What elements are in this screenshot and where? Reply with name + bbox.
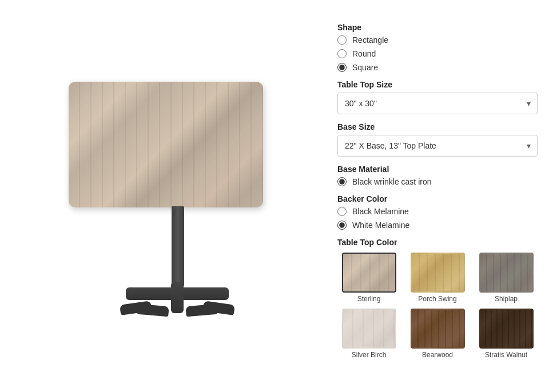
base-size-select-wrapper: 22" X Base, 13" Top Plate 30" X Base, 16…: [337, 135, 538, 157]
swatch-item-sterling[interactable]: Sterling: [337, 253, 400, 303]
table-top-size-select-wrapper: 24" x 24" 30" x 30" 36" x 36" 42" x 42": [337, 93, 538, 114]
shape-round-label: Round: [352, 49, 376, 58]
table-top-color-label: Table Top Color: [337, 238, 538, 247]
base-material-black-wrinkle-label: Black wrinkle cast iron: [352, 177, 432, 186]
swatch-item-shiplap[interactable]: Shiplap: [475, 253, 538, 303]
backer-white-melamine-radio[interactable]: [337, 221, 347, 230]
shape-option-group: Shape Rectangle Round Square: [337, 23, 538, 72]
swatch-silver-birch-label: Silver Birch: [352, 351, 387, 359]
backer-color-label: Backer Color: [337, 194, 538, 203]
table-base-illustration: [120, 279, 234, 313]
base-material-group: Base Material Black wrinkle cast iron: [337, 165, 538, 186]
swatch-porch-swing[interactable]: [411, 253, 465, 293]
swatch-bearwood-label: Bearwood: [422, 351, 453, 359]
shape-radio-group: Rectangle Round Square: [337, 35, 538, 72]
swatch-stratis-walnut[interactable]: [479, 309, 534, 349]
swatch-sterling[interactable]: [342, 253, 396, 293]
swatch-item-porch-swing[interactable]: Porch Swing: [406, 253, 469, 303]
backer-white-melamine-label: White Melamine: [352, 221, 409, 230]
base-material-black-wrinkle-option[interactable]: Black wrinkle cast iron: [337, 177, 538, 186]
options-section: Shape Rectangle Round Square Table Top S…: [332, 11, 549, 381]
product-image-section: [0, 11, 332, 381]
swatch-shiplap-label: Shiplap: [495, 295, 518, 303]
swatch-item-bearwood[interactable]: Bearwood: [406, 309, 469, 359]
shape-square-option[interactable]: Square: [337, 63, 538, 72]
table-top-size-group: Table Top Size 24" x 24" 30" x 30" 36" x…: [337, 80, 538, 114]
swatch-shiplap[interactable]: [479, 253, 534, 293]
shape-rectangle-option[interactable]: Rectangle: [337, 35, 538, 45]
swatch-porch-swing-label: Porch Swing: [418, 295, 456, 303]
base-material-black-wrinkle-radio[interactable]: [337, 177, 347, 186]
swatch-silver-birch[interactable]: [342, 309, 396, 349]
table-top-illustration: [69, 82, 263, 207]
base-size-group: Base Size 22" X Base, 13" Top Plate 30" …: [337, 122, 538, 157]
shape-square-radio[interactable]: [337, 63, 347, 72]
backer-black-melamine-option[interactable]: Black Melamine: [337, 207, 538, 216]
swatch-bearwood[interactable]: [411, 309, 465, 349]
backer-black-melamine-label: Black Melamine: [352, 207, 409, 216]
shape-label: Shape: [337, 23, 538, 32]
base-material-radio-group: Black wrinkle cast iron: [337, 177, 538, 186]
base-material-label: Base Material: [337, 165, 538, 174]
shape-round-radio[interactable]: [337, 49, 347, 58]
backer-color-radio-group: Black Melamine White Melamine: [337, 207, 538, 230]
swatch-item-silver-birch[interactable]: Silver Birch: [337, 309, 400, 359]
swatch-item-stratis-walnut[interactable]: Stratis Walnut: [475, 309, 538, 359]
swatch-stratis-walnut-label: Stratis Walnut: [485, 351, 527, 359]
table-top-color-group: Table Top Color Sterling Porch Swing Shi…: [337, 238, 538, 359]
shape-rectangle-radio[interactable]: [337, 35, 347, 45]
table-pedestal-illustration: [172, 206, 184, 286]
shape-square-label: Square: [352, 63, 378, 72]
shape-round-option[interactable]: Round: [337, 49, 538, 58]
shape-rectangle-label: Rectangle: [352, 35, 388, 45]
table-top-size-select[interactable]: 24" x 24" 30" x 30" 36" x 36" 42" x 42": [337, 93, 538, 114]
color-swatches-grid: Sterling Porch Swing Shiplap Silver Birc…: [337, 253, 538, 359]
base-size-select[interactable]: 22" X Base, 13" Top Plate 30" X Base, 16…: [337, 135, 538, 157]
swatch-sterling-label: Sterling: [357, 295, 381, 303]
backer-white-melamine-option[interactable]: White Melamine: [337, 221, 538, 230]
backer-black-melamine-radio[interactable]: [337, 207, 347, 216]
backer-color-group: Backer Color Black Melamine White Melami…: [337, 194, 538, 230]
product-image: [34, 47, 297, 345]
table-top-size-label: Table Top Size: [337, 80, 538, 89]
base-size-label: Base Size: [337, 122, 538, 131]
